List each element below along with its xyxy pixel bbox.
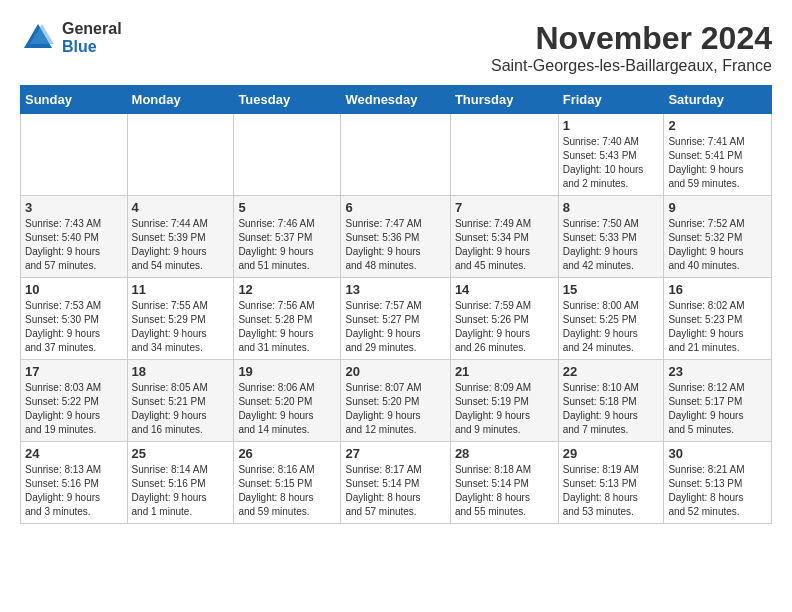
weekday-header-monday: Monday bbox=[127, 86, 234, 114]
calendar-day-cell: 19Sunrise: 8:06 AM Sunset: 5:20 PM Dayli… bbox=[234, 360, 341, 442]
day-number: 27 bbox=[345, 446, 445, 461]
day-number: 5 bbox=[238, 200, 336, 215]
day-info: Sunrise: 8:16 AM Sunset: 5:15 PM Dayligh… bbox=[238, 463, 336, 519]
weekday-header-saturday: Saturday bbox=[664, 86, 772, 114]
day-info: Sunrise: 8:21 AM Sunset: 5:13 PM Dayligh… bbox=[668, 463, 767, 519]
day-number: 4 bbox=[132, 200, 230, 215]
title-area: November 2024 Saint-Georges-les-Baillarg… bbox=[491, 20, 772, 75]
month-title: November 2024 bbox=[491, 20, 772, 57]
calendar-day-cell: 12Sunrise: 7:56 AM Sunset: 5:28 PM Dayli… bbox=[234, 278, 341, 360]
calendar-week-row: 24Sunrise: 8:13 AM Sunset: 5:16 PM Dayli… bbox=[21, 442, 772, 524]
weekday-header-thursday: Thursday bbox=[450, 86, 558, 114]
empty-cell bbox=[341, 114, 450, 196]
day-info: Sunrise: 7:59 AM Sunset: 5:26 PM Dayligh… bbox=[455, 299, 554, 355]
calendar-day-cell: 7Sunrise: 7:49 AM Sunset: 5:34 PM Daylig… bbox=[450, 196, 558, 278]
day-number: 11 bbox=[132, 282, 230, 297]
logo: General Blue bbox=[20, 20, 122, 56]
calendar-day-cell: 28Sunrise: 8:18 AM Sunset: 5:14 PM Dayli… bbox=[450, 442, 558, 524]
day-number: 24 bbox=[25, 446, 123, 461]
day-info: Sunrise: 7:53 AM Sunset: 5:30 PM Dayligh… bbox=[25, 299, 123, 355]
day-number: 16 bbox=[668, 282, 767, 297]
calendar-day-cell: 24Sunrise: 8:13 AM Sunset: 5:16 PM Dayli… bbox=[21, 442, 128, 524]
day-number: 3 bbox=[25, 200, 123, 215]
calendar-day-cell: 15Sunrise: 8:00 AM Sunset: 5:25 PM Dayli… bbox=[558, 278, 664, 360]
calendar-day-cell: 29Sunrise: 8:19 AM Sunset: 5:13 PM Dayli… bbox=[558, 442, 664, 524]
day-number: 17 bbox=[25, 364, 123, 379]
weekday-header-friday: Friday bbox=[558, 86, 664, 114]
calendar-day-cell: 14Sunrise: 7:59 AM Sunset: 5:26 PM Dayli… bbox=[450, 278, 558, 360]
day-number: 13 bbox=[345, 282, 445, 297]
day-info: Sunrise: 7:41 AM Sunset: 5:41 PM Dayligh… bbox=[668, 135, 767, 191]
calendar-day-cell: 16Sunrise: 8:02 AM Sunset: 5:23 PM Dayli… bbox=[664, 278, 772, 360]
calendar-day-cell: 13Sunrise: 7:57 AM Sunset: 5:27 PM Dayli… bbox=[341, 278, 450, 360]
calendar-day-cell: 5Sunrise: 7:46 AM Sunset: 5:37 PM Daylig… bbox=[234, 196, 341, 278]
logo-text: General Blue bbox=[62, 20, 122, 55]
calendar-table: SundayMondayTuesdayWednesdayThursdayFrid… bbox=[20, 85, 772, 524]
day-number: 10 bbox=[25, 282, 123, 297]
calendar-day-cell: 11Sunrise: 7:55 AM Sunset: 5:29 PM Dayli… bbox=[127, 278, 234, 360]
calendar-day-cell: 27Sunrise: 8:17 AM Sunset: 5:14 PM Dayli… bbox=[341, 442, 450, 524]
calendar-day-cell: 1Sunrise: 7:40 AM Sunset: 5:43 PM Daylig… bbox=[558, 114, 664, 196]
day-number: 12 bbox=[238, 282, 336, 297]
calendar-day-cell: 10Sunrise: 7:53 AM Sunset: 5:30 PM Dayli… bbox=[21, 278, 128, 360]
day-info: Sunrise: 7:47 AM Sunset: 5:36 PM Dayligh… bbox=[345, 217, 445, 273]
day-number: 22 bbox=[563, 364, 660, 379]
calendar-day-cell: 20Sunrise: 8:07 AM Sunset: 5:20 PM Dayli… bbox=[341, 360, 450, 442]
calendar-day-cell: 4Sunrise: 7:44 AM Sunset: 5:39 PM Daylig… bbox=[127, 196, 234, 278]
calendar-week-row: 10Sunrise: 7:53 AM Sunset: 5:30 PM Dayli… bbox=[21, 278, 772, 360]
calendar-day-cell: 6Sunrise: 7:47 AM Sunset: 5:36 PM Daylig… bbox=[341, 196, 450, 278]
day-info: Sunrise: 7:56 AM Sunset: 5:28 PM Dayligh… bbox=[238, 299, 336, 355]
day-info: Sunrise: 8:02 AM Sunset: 5:23 PM Dayligh… bbox=[668, 299, 767, 355]
day-info: Sunrise: 8:14 AM Sunset: 5:16 PM Dayligh… bbox=[132, 463, 230, 519]
day-number: 9 bbox=[668, 200, 767, 215]
day-info: Sunrise: 8:09 AM Sunset: 5:19 PM Dayligh… bbox=[455, 381, 554, 437]
day-number: 15 bbox=[563, 282, 660, 297]
weekday-header-sunday: Sunday bbox=[21, 86, 128, 114]
day-number: 7 bbox=[455, 200, 554, 215]
calendar-day-cell: 30Sunrise: 8:21 AM Sunset: 5:13 PM Dayli… bbox=[664, 442, 772, 524]
weekday-header-tuesday: Tuesday bbox=[234, 86, 341, 114]
day-number: 8 bbox=[563, 200, 660, 215]
day-info: Sunrise: 8:18 AM Sunset: 5:14 PM Dayligh… bbox=[455, 463, 554, 519]
logo-general-text: General bbox=[62, 20, 122, 38]
day-number: 20 bbox=[345, 364, 445, 379]
calendar-day-cell: 25Sunrise: 8:14 AM Sunset: 5:16 PM Dayli… bbox=[127, 442, 234, 524]
day-info: Sunrise: 7:40 AM Sunset: 5:43 PM Dayligh… bbox=[563, 135, 660, 191]
day-info: Sunrise: 7:44 AM Sunset: 5:39 PM Dayligh… bbox=[132, 217, 230, 273]
day-number: 19 bbox=[238, 364, 336, 379]
day-number: 28 bbox=[455, 446, 554, 461]
calendar-week-row: 17Sunrise: 8:03 AM Sunset: 5:22 PM Dayli… bbox=[21, 360, 772, 442]
empty-cell bbox=[450, 114, 558, 196]
calendar-day-cell: 21Sunrise: 8:09 AM Sunset: 5:19 PM Dayli… bbox=[450, 360, 558, 442]
calendar-week-row: 1Sunrise: 7:40 AM Sunset: 5:43 PM Daylig… bbox=[21, 114, 772, 196]
calendar-day-cell: 2Sunrise: 7:41 AM Sunset: 5:41 PM Daylig… bbox=[664, 114, 772, 196]
day-info: Sunrise: 8:13 AM Sunset: 5:16 PM Dayligh… bbox=[25, 463, 123, 519]
day-number: 1 bbox=[563, 118, 660, 133]
calendar-day-cell: 8Sunrise: 7:50 AM Sunset: 5:33 PM Daylig… bbox=[558, 196, 664, 278]
day-info: Sunrise: 8:12 AM Sunset: 5:17 PM Dayligh… bbox=[668, 381, 767, 437]
empty-cell bbox=[21, 114, 128, 196]
logo-icon bbox=[20, 20, 56, 56]
day-number: 6 bbox=[345, 200, 445, 215]
header: General Blue November 2024 Saint-Georges… bbox=[20, 20, 772, 75]
day-number: 14 bbox=[455, 282, 554, 297]
calendar-day-cell: 17Sunrise: 8:03 AM Sunset: 5:22 PM Dayli… bbox=[21, 360, 128, 442]
day-number: 18 bbox=[132, 364, 230, 379]
day-info: Sunrise: 8:00 AM Sunset: 5:25 PM Dayligh… bbox=[563, 299, 660, 355]
day-number: 26 bbox=[238, 446, 336, 461]
calendar-day-cell: 18Sunrise: 8:05 AM Sunset: 5:21 PM Dayli… bbox=[127, 360, 234, 442]
day-info: Sunrise: 7:57 AM Sunset: 5:27 PM Dayligh… bbox=[345, 299, 445, 355]
weekday-header-row: SundayMondayTuesdayWednesdayThursdayFrid… bbox=[21, 86, 772, 114]
location-title: Saint-Georges-les-Baillargeaux, France bbox=[491, 57, 772, 75]
day-number: 21 bbox=[455, 364, 554, 379]
day-info: Sunrise: 8:06 AM Sunset: 5:20 PM Dayligh… bbox=[238, 381, 336, 437]
day-number: 23 bbox=[668, 364, 767, 379]
calendar-week-row: 3Sunrise: 7:43 AM Sunset: 5:40 PM Daylig… bbox=[21, 196, 772, 278]
day-info: Sunrise: 8:03 AM Sunset: 5:22 PM Dayligh… bbox=[25, 381, 123, 437]
day-info: Sunrise: 8:10 AM Sunset: 5:18 PM Dayligh… bbox=[563, 381, 660, 437]
day-info: Sunrise: 8:07 AM Sunset: 5:20 PM Dayligh… bbox=[345, 381, 445, 437]
day-info: Sunrise: 7:46 AM Sunset: 5:37 PM Dayligh… bbox=[238, 217, 336, 273]
calendar-day-cell: 3Sunrise: 7:43 AM Sunset: 5:40 PM Daylig… bbox=[21, 196, 128, 278]
day-info: Sunrise: 7:49 AM Sunset: 5:34 PM Dayligh… bbox=[455, 217, 554, 273]
day-info: Sunrise: 7:43 AM Sunset: 5:40 PM Dayligh… bbox=[25, 217, 123, 273]
